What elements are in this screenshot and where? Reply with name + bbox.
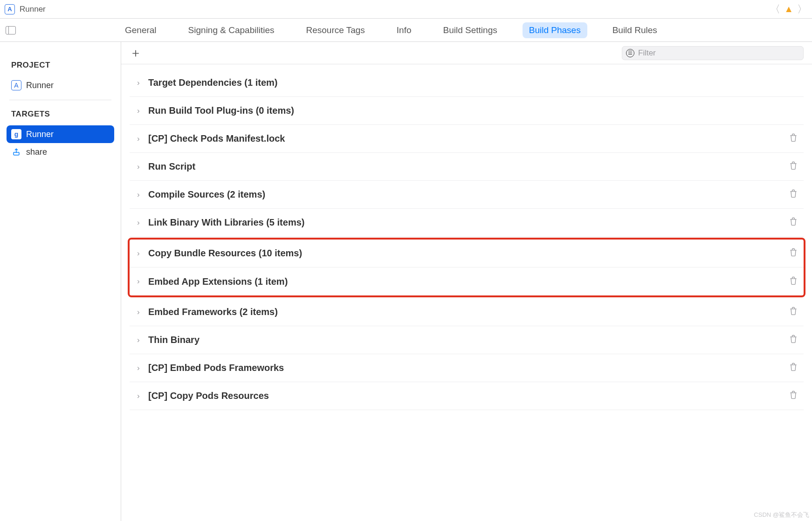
chevron-right-icon[interactable]: › xyxy=(137,218,148,227)
build-phase-title: [CP] Embed Pods Frameworks xyxy=(148,363,284,373)
chevron-right-icon[interactable]: › xyxy=(137,190,148,199)
build-phase-row[interactable]: ›[CP] Copy Pods Resources xyxy=(130,382,804,410)
sidebar-item-label: share xyxy=(26,147,47,157)
build-phase-row[interactable]: ›Copy Bundle Resources (10 items) xyxy=(130,240,804,267)
chevron-right-icon[interactable]: › xyxy=(137,106,148,116)
build-phase-title: Embed App Extensions (1 item) xyxy=(148,276,288,287)
tab-general[interactable]: General xyxy=(118,22,163,38)
highlight-box: ›Copy Bundle Resources (10 items)›Embed … xyxy=(128,238,805,297)
chevron-right-icon[interactable]: › xyxy=(137,336,148,345)
build-phase-title: Thin Binary xyxy=(148,335,200,345)
build-phase-row[interactable]: ›[CP] Embed Pods Frameworks xyxy=(130,354,804,382)
content-area: ＋ ☰ ›Target Dependencies (1 item)›Run Bu… xyxy=(121,42,812,521)
build-phase-row[interactable]: ›Target Dependencies (1 item) xyxy=(130,69,804,97)
trash-icon[interactable] xyxy=(789,161,804,172)
target-icon: g xyxy=(11,129,21,139)
sidebar: PROJECT A Runner TARGETS g Runner share xyxy=(0,42,121,521)
tab-signing[interactable]: Signing & Capabilities xyxy=(182,22,281,38)
build-phase-title: Copy Bundle Resources (10 items) xyxy=(148,248,302,259)
chevron-right-icon[interactable]: › xyxy=(137,277,148,286)
forward-icon[interactable]: 〉 xyxy=(797,2,807,16)
build-phase-title: Link Binary With Libraries (5 items) xyxy=(148,217,304,228)
warning-icon[interactable]: ▲ xyxy=(784,4,793,14)
sidebar-item-label: Runner xyxy=(26,130,54,139)
build-phases-toolbar: ＋ ☰ xyxy=(121,42,812,64)
build-phase-title: [CP] Copy Pods Resources xyxy=(148,391,269,401)
build-phase-title: Run Build Tool Plug-ins (0 items) xyxy=(148,105,294,116)
chevron-right-icon[interactable]: › xyxy=(137,249,148,258)
chevron-right-icon[interactable]: › xyxy=(137,391,148,401)
project-icon: A xyxy=(5,4,15,14)
chevron-right-icon[interactable]: › xyxy=(137,308,148,317)
filter-box[interactable]: ☰ xyxy=(622,46,804,60)
build-phase-list: ›Target Dependencies (1 item)›Run Build … xyxy=(121,64,812,415)
chevron-right-icon[interactable]: › xyxy=(137,78,148,88)
build-phase-row[interactable]: ›Thin Binary xyxy=(130,326,804,354)
build-phase-title: Target Dependencies (1 item) xyxy=(148,77,277,88)
add-phase-button[interactable]: ＋ xyxy=(130,45,142,61)
trash-icon[interactable] xyxy=(789,189,804,200)
trash-icon[interactable] xyxy=(789,217,804,228)
window-titlebar: A Runner 〈 ▲ 〉 xyxy=(0,0,812,19)
trash-icon[interactable] xyxy=(789,334,804,346)
filter-input[interactable] xyxy=(638,48,799,58)
sidebar-target-runner[interactable]: g Runner xyxy=(7,125,114,143)
chevron-right-icon[interactable]: › xyxy=(137,363,148,373)
build-phase-row[interactable]: ›[CP] Check Pods Manifest.lock xyxy=(130,125,804,153)
share-icon xyxy=(11,147,21,157)
tab-build-settings[interactable]: Build Settings xyxy=(437,22,504,38)
tab-info[interactable]: Info xyxy=(390,22,418,38)
chevron-right-icon[interactable]: › xyxy=(137,134,148,144)
trash-icon[interactable] xyxy=(789,133,804,144)
build-phase-row[interactable]: ›Embed Frameworks (2 items) xyxy=(130,298,804,326)
project-section-label: PROJECT xyxy=(11,61,110,70)
build-phase-row[interactable]: ›Embed App Extensions (1 item) xyxy=(130,267,804,295)
app-icon: A xyxy=(11,80,21,90)
build-phase-title: [CP] Check Pods Manifest.lock xyxy=(148,133,285,144)
trash-icon[interactable] xyxy=(789,390,804,402)
project-title: Runner xyxy=(20,5,46,14)
tabbar: General Signing & Capabilities Resource … xyxy=(0,19,812,42)
trash-icon[interactable] xyxy=(789,362,804,374)
build-phase-row[interactable]: ›Run Script xyxy=(130,153,804,181)
build-phase-title: Run Script xyxy=(148,161,195,172)
trash-icon[interactable] xyxy=(789,276,804,288)
sidebar-item-label: Runner xyxy=(26,81,54,90)
sidebar-toggle-icon[interactable] xyxy=(6,26,16,34)
targets-section-label: TARGETS xyxy=(11,110,110,119)
back-icon[interactable]: 〈 xyxy=(770,2,780,16)
trash-icon[interactable] xyxy=(789,247,804,259)
divider xyxy=(9,100,111,100)
watermark: CSDN @鲨鱼不会飞 xyxy=(754,511,809,519)
sidebar-target-share[interactable]: share xyxy=(7,143,114,161)
build-phase-title: Compile Sources (2 items) xyxy=(148,189,265,200)
build-phase-row[interactable]: ›Link Binary With Libraries (5 items) xyxy=(130,209,804,237)
sidebar-project-runner[interactable]: A Runner xyxy=(7,76,114,94)
build-phase-row[interactable]: ›Compile Sources (2 items) xyxy=(130,181,804,209)
build-phase-row[interactable]: ›Run Build Tool Plug-ins (0 items) xyxy=(130,97,804,125)
tab-resource-tags[interactable]: Resource Tags xyxy=(299,22,371,38)
build-phase-title: Embed Frameworks (2 items) xyxy=(148,307,278,317)
filter-icon: ☰ xyxy=(626,49,634,57)
tab-build-rules[interactable]: Build Rules xyxy=(606,22,664,38)
chevron-right-icon[interactable]: › xyxy=(137,162,148,171)
trash-icon[interactable] xyxy=(789,306,804,318)
tab-build-phases[interactable]: Build Phases xyxy=(523,22,587,38)
